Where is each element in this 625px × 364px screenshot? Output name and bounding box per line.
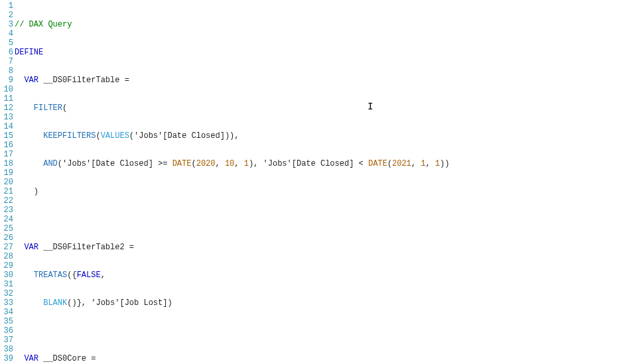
line-number: 7 <box>0 57 13 66</box>
line-number: 6 <box>0 48 13 57</box>
line-number: 36 <box>0 326 13 335</box>
fn-filter: FILTER <box>34 103 62 113</box>
line-number: 26 <box>0 233 13 243</box>
line-number: 8 <box>0 66 13 76</box>
line-number: 2 <box>0 11 13 20</box>
num-1: 1 <box>244 159 249 168</box>
var-ds0core: __DS0Core <box>43 354 86 363</box>
line-number: 9 <box>0 76 13 85</box>
line-number: 21 <box>0 187 13 196</box>
line-number: 19 <box>0 168 13 178</box>
line-number: 37 <box>0 335 13 345</box>
kw-define: DEFINE <box>15 48 43 57</box>
fn-treatas: TREATAS <box>34 271 67 280</box>
line-number: 11 <box>0 94 13 103</box>
col-jobs-dateclosed: 'Jobs'[Date Closed] <box>62 159 153 168</box>
num-2020: 2020 <box>196 159 216 168</box>
var-ds0filter2: __DS0FilterTable2 <box>43 243 124 252</box>
line-number: 29 <box>0 261 13 271</box>
kw-var: VAR <box>24 76 38 85</box>
col-jobs-joblost: 'Jobs'[Job Lost] <box>91 298 167 308</box>
line-number: 23 <box>0 206 13 215</box>
fn-date: DATE <box>173 159 192 168</box>
line-number: 18 <box>0 159 13 168</box>
line-number: 22 <box>0 196 13 206</box>
num-1: 1 <box>435 159 440 168</box>
line-number: 13 <box>0 113 13 122</box>
fn-blank: BLANK <box>43 298 67 308</box>
line-number: 32 <box>0 289 13 298</box>
line-number: 35 <box>0 317 13 326</box>
line-number: 31 <box>0 280 13 289</box>
kw-var: VAR <box>24 243 38 252</box>
line-number: 38 <box>0 345 13 354</box>
col-jobs-dateclosed: 'Jobs'[Date Closed] <box>134 131 225 141</box>
line-number: 3 <box>0 20 13 29</box>
line-number: 34 <box>0 308 13 317</box>
var-ds0filter: __DS0FilterTable <box>43 76 119 85</box>
line-number: 10 <box>0 85 13 94</box>
line-number: 30 <box>0 271 13 280</box>
num-2021: 2021 <box>392 159 411 168</box>
line-number: 27 <box>0 243 13 252</box>
line-number: 33 <box>0 298 13 308</box>
line-number: 16 <box>0 141 13 150</box>
line-number: 4 <box>0 29 13 38</box>
code-area[interactable]: // DAX Query DEFINE VAR __DS0FilterTable… <box>13 0 449 364</box>
fn-values: VALUES <box>101 131 129 141</box>
line-number: 12 <box>0 103 13 113</box>
col-jobs-dateclosed: 'Jobs'[Date Closed] <box>263 159 354 168</box>
fn-date: DATE <box>368 159 387 168</box>
num-1: 1 <box>421 159 425 168</box>
comment-line: // DAX Query <box>15 20 72 29</box>
line-number: 28 <box>0 252 13 261</box>
line-number: 24 <box>0 215 13 224</box>
line-number: 14 <box>0 122 13 131</box>
line-number: 15 <box>0 131 13 141</box>
line-number: 25 <box>0 224 13 233</box>
line-number: 17 <box>0 150 13 159</box>
code-editor[interactable]: 1234567891011121314151617181920212223242… <box>0 0 625 364</box>
fn-keepfilters: KEEPFILTERS <box>43 131 96 141</box>
kw-var: VAR <box>24 354 38 363</box>
line-number: 20 <box>0 178 13 187</box>
line-number: 5 <box>0 38 13 48</box>
line-number: 39 <box>0 354 13 363</box>
line-number: 1 <box>0 1 13 11</box>
line-number-gutter: 1234567891011121314151617181920212223242… <box>0 0 13 364</box>
num-10: 10 <box>225 159 234 168</box>
fn-and: AND <box>43 159 58 168</box>
kw-false: FALSE <box>77 271 101 280</box>
